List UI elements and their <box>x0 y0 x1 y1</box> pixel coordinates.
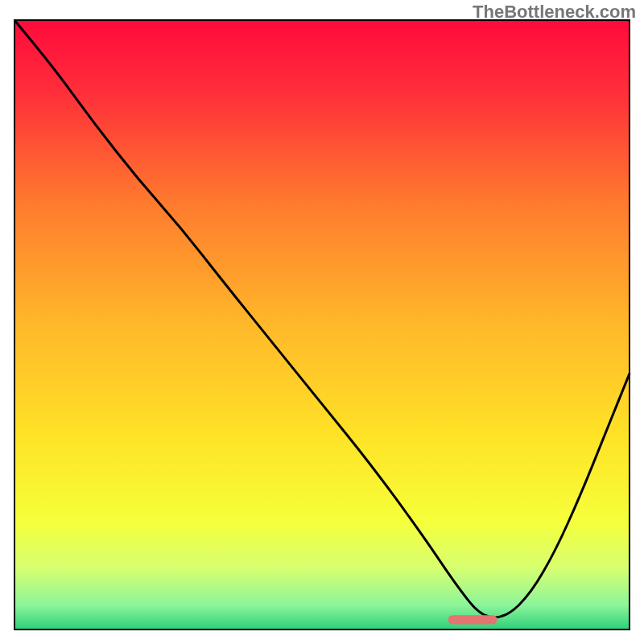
plot-background <box>14 20 630 630</box>
bottleneck-chart <box>0 0 644 644</box>
watermark-text: TheBottleneck.com <box>473 2 636 23</box>
optimal-marker <box>448 615 497 624</box>
